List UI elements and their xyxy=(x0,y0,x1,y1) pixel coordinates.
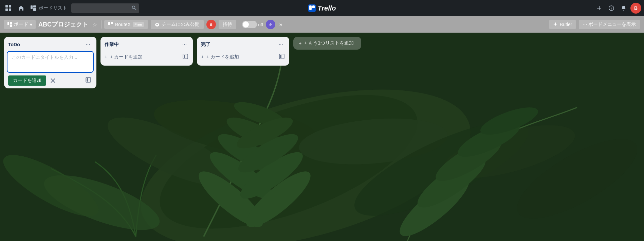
workspace-button[interactable]: BouteX Free xyxy=(104,20,148,29)
todo-list: ToDo ··· カードを追加 xyxy=(4,37,96,88)
done-template-btn[interactable] xyxy=(278,53,285,61)
info-button[interactable]: i xyxy=(606,3,617,14)
svg-rect-49 xyxy=(87,78,88,82)
svg-rect-17 xyxy=(10,22,12,24)
svg-point-24 xyxy=(99,104,240,199)
in-progress-list-title: 作業中 xyxy=(105,41,119,48)
avatar-e[interactable]: e xyxy=(266,20,275,29)
svg-text:i: i xyxy=(611,7,612,10)
svg-rect-18 xyxy=(10,24,12,27)
svg-rect-4 xyxy=(31,5,33,9)
board-title: ABCプロジェクト xyxy=(38,20,88,29)
toggle-wrapper: off xyxy=(242,21,263,28)
toggle-switch[interactable] xyxy=(242,21,257,28)
in-progress-list-header: 作業中 ··· xyxy=(103,41,190,48)
card-title-input[interactable] xyxy=(12,54,89,68)
done-list-title: 完了 xyxy=(201,41,210,48)
svg-rect-53 xyxy=(280,55,281,58)
add-list-button[interactable]: + + もう1つリストを追加 xyxy=(293,37,361,50)
svg-rect-2 xyxy=(5,8,8,11)
svg-point-41 xyxy=(431,132,507,188)
app-grid-button[interactable] xyxy=(3,3,14,13)
svg-point-32 xyxy=(213,127,282,179)
svg-point-44 xyxy=(38,164,166,241)
board-content: ToDo ··· カードを追加 作業中 xyxy=(0,33,644,241)
done-list-header: 完了 ··· xyxy=(200,41,287,48)
add-card-actions: カードを追加 xyxy=(7,75,94,86)
svg-rect-11 xyxy=(312,5,314,8)
more-users-button[interactable]: » xyxy=(278,20,284,29)
boards-list-button[interactable]: ボードリスト xyxy=(28,3,70,13)
svg-rect-51 xyxy=(184,55,185,58)
svg-point-38 xyxy=(233,111,296,154)
toggle-label: off xyxy=(258,22,263,27)
svg-point-26 xyxy=(297,113,450,170)
in-progress-add-card-label: + + カードを追加 xyxy=(105,54,143,60)
trello-logo: Trello xyxy=(308,4,336,12)
in-progress-list-menu-button[interactable]: ··· xyxy=(180,41,189,48)
svg-point-40 xyxy=(411,149,492,216)
add-card-confirm-button[interactable]: カードを追加 xyxy=(8,75,46,86)
board-menu-button[interactable]: ··· ボードメニューを表示 xyxy=(579,20,640,29)
svg-point-33 xyxy=(223,111,286,154)
plus-icon: + xyxy=(105,54,107,59)
svg-rect-3 xyxy=(9,8,11,11)
toggle-knob xyxy=(243,21,249,28)
svg-rect-10 xyxy=(309,5,311,10)
svg-rect-6 xyxy=(33,8,36,11)
svg-point-39 xyxy=(392,168,477,241)
svg-point-25 xyxy=(150,90,326,166)
svg-point-29 xyxy=(507,124,644,233)
in-progress-template-btn[interactable] xyxy=(182,53,189,61)
board-user-avatar[interactable]: B xyxy=(206,20,216,29)
template-button[interactable] xyxy=(84,76,92,85)
svg-rect-0 xyxy=(5,5,8,7)
svg-rect-20 xyxy=(111,22,113,24)
toolbar-right: Butler ··· ボードメニューを表示 xyxy=(549,20,640,29)
svg-point-35 xyxy=(240,164,317,235)
svg-point-45 xyxy=(0,144,106,227)
search-input[interactable] xyxy=(71,3,139,13)
invite-button[interactable]: 招待 xyxy=(219,20,236,29)
done-list-menu-button[interactable]: ··· xyxy=(277,41,285,48)
in-progress-add-card-row[interactable]: + + カードを追加 xyxy=(103,51,190,63)
visibility-button[interactable]: チームにのみ公開 xyxy=(151,20,204,29)
svg-point-28 xyxy=(438,114,580,189)
plus-icon-done: + xyxy=(201,54,204,59)
svg-point-36 xyxy=(235,145,309,206)
svg-rect-19 xyxy=(108,22,110,25)
board-view-button[interactable]: ボード ▾ xyxy=(4,20,36,29)
add-button[interactable] xyxy=(594,3,605,14)
home-button[interactable] xyxy=(16,3,26,13)
search-bar xyxy=(71,3,139,13)
svg-rect-5 xyxy=(33,5,36,7)
done-add-card-label: + + カードを追加 xyxy=(201,54,239,60)
star-button[interactable]: ☆ xyxy=(91,20,98,29)
svg-rect-21 xyxy=(0,33,644,241)
cancel-card-button[interactable] xyxy=(49,76,57,85)
todo-list-menu-button[interactable]: ··· xyxy=(84,41,92,48)
done-add-card-row[interactable]: + + カードを追加 xyxy=(200,51,287,63)
butler-button[interactable]: Butler xyxy=(549,20,576,29)
user-avatar[interactable]: B xyxy=(630,3,641,14)
card-input-area xyxy=(7,51,94,73)
board-nav-arrow: ▾ xyxy=(30,22,32,27)
svg-rect-1 xyxy=(9,5,11,7)
top-navigation: ボードリスト Trello i xyxy=(0,0,644,16)
svg-point-34 xyxy=(232,97,288,131)
svg-point-30 xyxy=(192,164,270,235)
svg-point-27 xyxy=(344,104,539,234)
svg-point-42 xyxy=(454,116,524,163)
in-progress-list: 作業中 ··· + + カードを追加 xyxy=(100,37,193,66)
add-list-icon: + xyxy=(299,40,301,46)
todo-list-header: ToDo ··· xyxy=(7,41,94,48)
svg-point-37 xyxy=(234,127,302,179)
notification-button[interactable] xyxy=(618,3,629,14)
svg-point-23 xyxy=(144,67,434,241)
divider2 xyxy=(239,20,239,29)
done-list: 完了 ··· + + カードを追加 xyxy=(197,37,289,66)
svg-point-43 xyxy=(477,102,541,140)
nav-right-actions: i B xyxy=(594,3,641,14)
board-toolbar: ボード ▾ ABCプロジェクト ☆ BouteX Free チームにのみ公開 B… xyxy=(0,16,644,33)
todo-list-title: ToDo xyxy=(8,42,20,47)
